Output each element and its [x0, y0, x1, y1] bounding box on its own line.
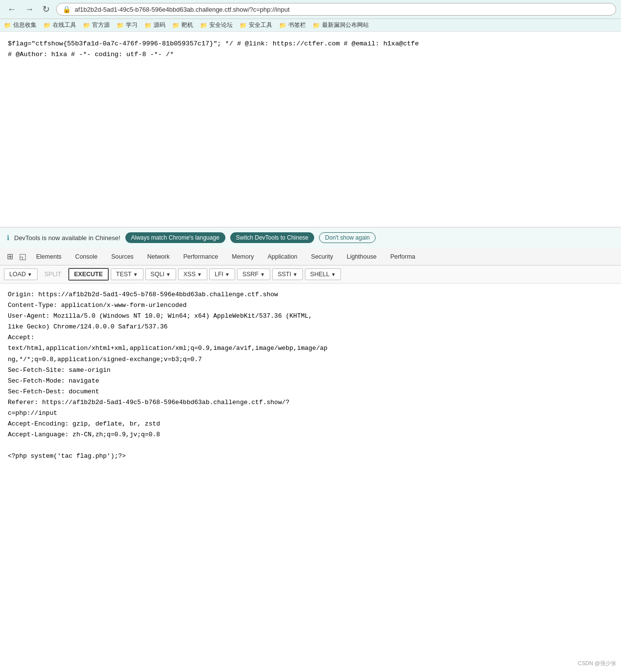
folder-icon: 📁 [117, 22, 124, 29]
request-line-11: c=php://input [8, 408, 613, 419]
bookmark-item[interactable]: 📁 书签栏 [279, 21, 306, 29]
bookmark-label: 信息收集 [13, 21, 37, 29]
test-button[interactable]: TEST ▼ [111, 268, 143, 280]
folder-icon: 📁 [172, 22, 180, 29]
devtools-banner: ℹ DevTools is now available in Chinese! … [0, 227, 621, 248]
back-button[interactable]: ← [5, 3, 19, 16]
request-output: Origin: https://af1b2b2d-5ad1-49c5-b768-… [0, 284, 621, 468]
split-button: SPLIT [40, 269, 66, 280]
hackbar: LOAD ▼ SPLIT EXECUTE TEST ▼ SQLI ▼ XSS ▼… [0, 265, 621, 284]
tab-elements[interactable]: Elements [29, 249, 68, 264]
sqli-button[interactable]: SQLI ▼ [145, 268, 176, 280]
info-icon: ℹ [7, 234, 9, 242]
tab-performance[interactable]: Performance [177, 249, 225, 264]
bookmark-item[interactable]: 📁 最新漏洞公布网站 [313, 21, 369, 29]
switch-to-chinese-button[interactable]: Switch DevTools to Chinese [230, 232, 315, 243]
execute-button[interactable]: EXECUTE [68, 268, 109, 281]
url-text: af1b2b2d-5ad1-49c5-b768-596e4bbd63ab.cha… [75, 6, 290, 13]
bookmark-label: 安全论坛 [209, 21, 233, 29]
request-line-8: Sec-Fetch-Mode: navigate [8, 376, 613, 387]
request-line-blank [8, 440, 613, 451]
folder-icon: 📁 [313, 22, 320, 29]
xss-label: XSS [183, 271, 196, 278]
request-line-4: Accept: [8, 332, 613, 343]
ssti-button[interactable]: SSTI ▼ [272, 268, 303, 280]
folder-icon: 📁 [144, 22, 152, 29]
test-dropdown-arrow: ▼ [133, 272, 138, 277]
request-line-3: like Gecko) Chrome/124.0.0.0 Safari/537.… [8, 322, 613, 332]
bookmark-item[interactable]: 📁 源码 [144, 21, 165, 29]
folder-icon: 📁 [43, 22, 51, 29]
folder-icon: 📁 [279, 22, 286, 29]
page-line-1: $flag="ctfshow{55b3fa1d-0a7c-476f-9996-8… [8, 39, 613, 49]
lfi-dropdown-arrow: ▼ [225, 272, 230, 277]
bookmark-item[interactable]: 📁 安全工具 [240, 21, 272, 29]
url-bar[interactable]: 🔒 af1b2b2d-5ad1-49c5-b768-596e4bbd63ab.c… [56, 3, 616, 16]
lfi-label: LFI [215, 271, 223, 278]
tab-console[interactable]: Console [68, 249, 104, 264]
request-line-5: text/html,application/xhtml+xml,applicat… [8, 343, 613, 354]
xss-button[interactable]: XSS ▼ [178, 268, 207, 280]
request-line-13: Accept-Language: zh-CN,zh;q=0.9,jv;q=0.8 [8, 429, 613, 440]
ssti-dropdown-arrow: ▼ [293, 272, 298, 277]
reload-button[interactable]: ↻ [40, 3, 52, 16]
ssrf-dropdown-arrow: ▼ [260, 272, 265, 277]
page-line-2: # @Author: h1xa # -*- coding: utf-8 -*- … [8, 49, 613, 60]
dont-show-again-button[interactable]: Don't show again [319, 232, 376, 243]
bookmark-item[interactable]: 📁 在线工具 [43, 21, 76, 29]
bookmark-item[interactable]: 📁 靶机 [172, 21, 193, 29]
bookmark-label: 源码 [154, 21, 165, 29]
ssrf-label: SSRF [242, 271, 259, 278]
request-line-10: Referer: https://af1b2b2d-5ad1-49c5-b768… [8, 397, 613, 408]
devtools-tabs: ⊞ ◱ Elements Console Sources Network Per… [0, 248, 621, 265]
tab-performa[interactable]: Performa [383, 249, 422, 264]
sqli-dropdown-arrow: ▼ [166, 272, 171, 277]
bookmark-label: 学习 [126, 21, 138, 29]
tab-sources[interactable]: Sources [104, 249, 140, 264]
forward-button[interactable]: → [22, 3, 36, 16]
ssti-label: SSTI [278, 271, 291, 278]
load-label: LOAD [9, 271, 26, 278]
bookmark-label: 在线工具 [53, 21, 76, 29]
ssrf-button[interactable]: SSRF ▼ [237, 268, 270, 280]
tab-memory[interactable]: Memory [225, 249, 260, 264]
inspect-icon[interactable]: ◱ [16, 248, 29, 265]
sqli-label: SQLI [151, 271, 165, 278]
request-line-0: Origin: https://af1b2b2d-5ad1-49c5-b768-… [8, 289, 613, 300]
folder-icon: 📁 [200, 22, 207, 29]
bookmark-label: 最新漏洞公布网站 [322, 21, 369, 29]
bookmarks-bar: 📁 信息收集 📁 在线工具 📁 官方源 📁 学习 📁 源码 📁 靶机 📁 安全论… [0, 19, 621, 32]
request-line-9: Sec-Fetch-Dest: document [8, 387, 613, 397]
bookmark-item[interactable]: 📁 学习 [117, 21, 138, 29]
bookmark-item[interactable]: 📁 安全论坛 [200, 21, 233, 29]
banner-info-text: DevTools is now available in Chinese! [14, 234, 120, 242]
bookmark-label: 书签栏 [288, 21, 306, 29]
tab-security[interactable]: Security [304, 249, 340, 264]
test-label: TEST [116, 271, 132, 278]
browser-nav: ← → ↻ 🔒 af1b2b2d-5ad1-49c5-b768-596e4bbd… [0, 0, 621, 19]
folder-icon: 📁 [83, 22, 90, 29]
load-button[interactable]: LOAD ▼ [4, 268, 38, 280]
site-icon: 🔒 [62, 5, 71, 13]
elements-panel-icon[interactable]: ⊞ [4, 248, 16, 265]
xss-dropdown-arrow: ▼ [197, 272, 202, 277]
bookmark-item[interactable]: 📁 信息收集 [4, 21, 37, 29]
tab-lighthouse[interactable]: Lighthouse [340, 249, 383, 264]
request-line-2: User-Agent: Mozilla/5.0 (Windows NT 10.0… [8, 311, 613, 322]
shell-dropdown-arrow: ▼ [331, 272, 336, 277]
folder-icon: 📁 [4, 22, 11, 29]
request-line-7: Sec-Fetch-Site: same-origin [8, 365, 613, 376]
tab-application[interactable]: Application [260, 249, 304, 264]
bookmark-label: 安全工具 [249, 21, 272, 29]
load-dropdown-arrow: ▼ [27, 272, 32, 277]
request-line-6: ng,*/*;q=0.8,application/signed-exchange… [8, 354, 613, 365]
lfi-button[interactable]: LFI ▼ [209, 268, 235, 280]
always-match-language-button[interactable]: Always match Chrome's language [125, 232, 225, 243]
bookmark-item[interactable]: 📁 官方源 [83, 21, 110, 29]
shell-button[interactable]: SHELL ▼ [305, 268, 341, 280]
tab-network[interactable]: Network [140, 249, 177, 264]
page-content: $flag="ctfshow{55b3fa1d-0a7c-476f-9996-8… [0, 32, 621, 227]
folder-icon: 📁 [240, 22, 247, 29]
shell-label: SHELL [310, 271, 330, 278]
bookmark-label: 官方源 [92, 21, 110, 29]
